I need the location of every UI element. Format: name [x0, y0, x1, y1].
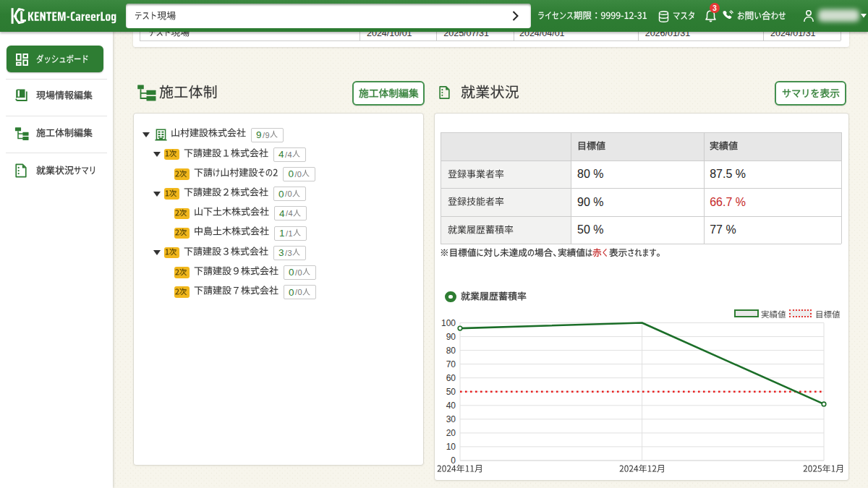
svg-text:70: 70 — [446, 359, 456, 369]
svg-text:90: 90 — [446, 332, 456, 342]
svg-text:30: 30 — [446, 414, 456, 424]
svg-text:10: 10 — [446, 442, 456, 452]
svg-text:60: 60 — [446, 373, 456, 383]
svg-text:80: 80 — [446, 346, 456, 356]
svg-text:50: 50 — [446, 387, 456, 397]
svg-text:20: 20 — [446, 428, 456, 438]
svg-text:100: 100 — [441, 318, 456, 328]
svg-text:40: 40 — [446, 401, 456, 411]
